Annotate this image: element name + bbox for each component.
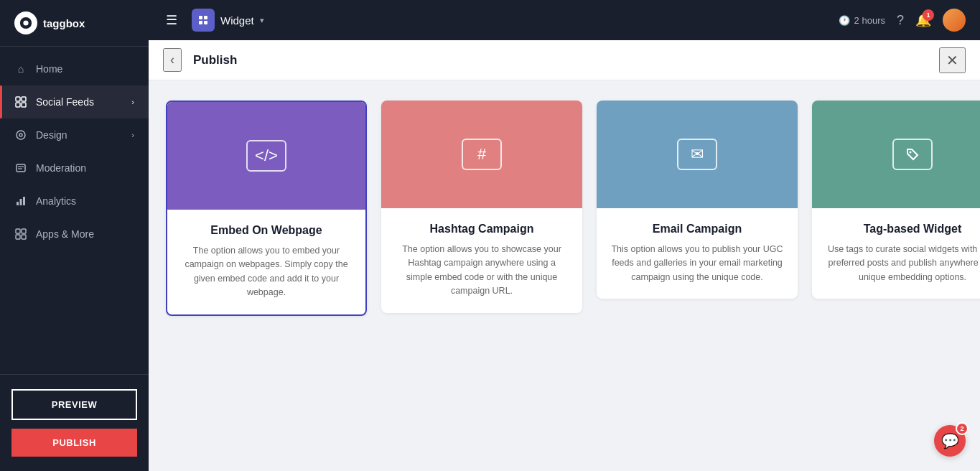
sidebar: taggbox ⌂ Home Social Feeds › [0,0,149,471]
back-button[interactable]: ‹ [163,48,182,72]
card-image-hashtag: # [381,101,582,208]
card-email-campaign[interactable]: ✉ Email Campaign This option allows you … [597,101,798,299]
sidebar-item-social-feeds[interactable]: Social Feeds › [0,85,149,118]
card-desc-email: This option allows you to publish your U… [611,243,783,284]
chat-bubble[interactable]: 💬 2 [934,425,966,457]
notification-wrapper[interactable]: 🔔 1 [915,12,931,28]
card-title-hashtag: Hashtag Campaign [396,223,568,236]
svg-point-9 [17,131,25,139]
card-body-hashtag: Hashtag Campaign The option allows you t… [381,208,582,313]
analytics-icon [14,195,27,207]
svg-rect-20 [22,235,26,239]
sidebar-item-label: Moderation [36,162,86,174]
panel-title: Publish [193,53,237,67]
svg-rect-17 [16,229,20,233]
svg-rect-23 [199,21,202,24]
card-image-tag [812,101,980,208]
cards-area: </> Embed On Webpage The option allows y… [149,80,980,471]
svg-rect-19 [16,235,20,239]
sidebar-item-label: Social Feeds [36,96,94,108]
logo-icon [14,11,37,34]
logo-text: taggbox [43,17,85,29]
svg-rect-6 [22,97,26,101]
svg-point-25 [910,151,912,154]
sidebar-item-design[interactable]: Design › [0,118,149,151]
svg-point-4 [21,24,24,27]
svg-rect-15 [20,199,22,205]
svg-rect-14 [17,202,19,205]
logo: taggbox [0,0,149,47]
card-desc-tag: Use tags to curate social widgets with y… [826,243,980,284]
svg-point-3 [29,24,32,27]
topbar-right: 🕐 2 hours ? 🔔 1 [839,9,966,32]
card-title-embed: Embed On Webpage [182,224,351,237]
svg-rect-24 [204,21,207,24]
card-hashtag-campaign[interactable]: # Hashtag Campaign The option allows you… [381,101,582,313]
sidebar-item-moderation[interactable]: Moderation [0,151,149,185]
apps-icon [14,228,27,241]
svg-rect-11 [17,164,25,172]
widget-label: Widget [220,14,254,27]
preview-button[interactable]: PREVIEW [11,389,137,420]
svg-rect-8 [22,103,26,107]
sidebar-footer: PREVIEW PUBLISH [0,374,149,471]
hamburger-icon[interactable]: ☰ [163,9,180,31]
clock-icon: 🕐 [839,15,850,26]
home-icon: ⌂ [14,62,27,75]
time-info: 🕐 2 hours [839,15,885,26]
svg-point-1 [23,20,28,25]
publish-panel: ‹ Publish ✕ </> Embed On Webpage The opt… [149,40,980,471]
sidebar-item-label: Analytics [36,195,76,207]
topbar: ☰ Widget ▾ 🕐 2 hours ? 🔔 1 [149,0,980,40]
design-icon [14,129,27,141]
help-icon[interactable]: ? [897,13,904,28]
avatar[interactable] [943,9,966,32]
card-desc-embed: The option allows you to embed your camp… [182,244,351,300]
svg-rect-16 [23,197,25,205]
sidebar-item-label: Apps & More [36,228,94,240]
hashtag-icon: # [462,139,502,170]
svg-rect-21 [199,16,202,19]
time-text: 2 hours [854,15,885,26]
svg-rect-7 [16,103,20,107]
svg-rect-22 [204,16,207,19]
card-tag-widget[interactable]: Tag-based Widget Use tags to curate soci… [812,101,980,299]
card-body-tag: Tag-based Widget Use tags to curate soci… [812,208,980,299]
widget-selector[interactable]: Widget ▾ [192,9,264,32]
card-image-email: ✉ [597,101,798,208]
svg-point-2 [24,18,27,21]
sidebar-item-label: Design [36,129,67,141]
notification-badge: 1 [923,9,934,21]
chevron-right-icon: › [131,131,134,139]
card-desc-hashtag: The option allows you to showcase your H… [396,243,568,299]
card-title-tag: Tag-based Widget [826,223,980,236]
widget-dropdown-icon: ▾ [260,16,264,25]
tag-icon [892,139,933,170]
svg-point-10 [19,134,22,136]
card-embed-webpage[interactable]: </> Embed On Webpage The option allows y… [166,101,367,316]
widget-icon [192,9,215,32]
sidebar-nav: ⌂ Home Social Feeds › Desi [0,47,149,374]
sidebar-item-label: Home [36,63,62,75]
card-body-email: Email Campaign This option allows you to… [597,208,798,299]
publish-button[interactable]: PUBLISH [11,429,137,457]
card-body-embed: Embed On Webpage The option allows you t… [167,210,365,314]
email-icon: ✉ [677,139,717,170]
sidebar-item-home[interactable]: ⌂ Home [0,52,149,85]
svg-rect-18 [22,229,26,233]
embed-icon: </> [246,140,286,172]
sidebar-item-apps-more[interactable]: Apps & More [0,218,149,251]
sidebar-item-analytics[interactable]: Analytics [0,185,149,218]
panel-header: ‹ Publish ✕ [149,40,980,80]
main-content: ☰ Widget ▾ 🕐 2 hours ? 🔔 1 [149,0,980,471]
chat-badge: 2 [956,422,969,435]
chevron-right-icon: › [131,98,134,106]
card-title-email: Email Campaign [611,223,783,236]
chat-icon: 💬 [941,432,959,449]
close-button[interactable]: ✕ [939,47,966,73]
feeds-icon [14,95,27,108]
card-image-embed: </> [167,102,365,210]
svg-rect-5 [16,97,20,101]
moderation-icon [14,162,27,174]
